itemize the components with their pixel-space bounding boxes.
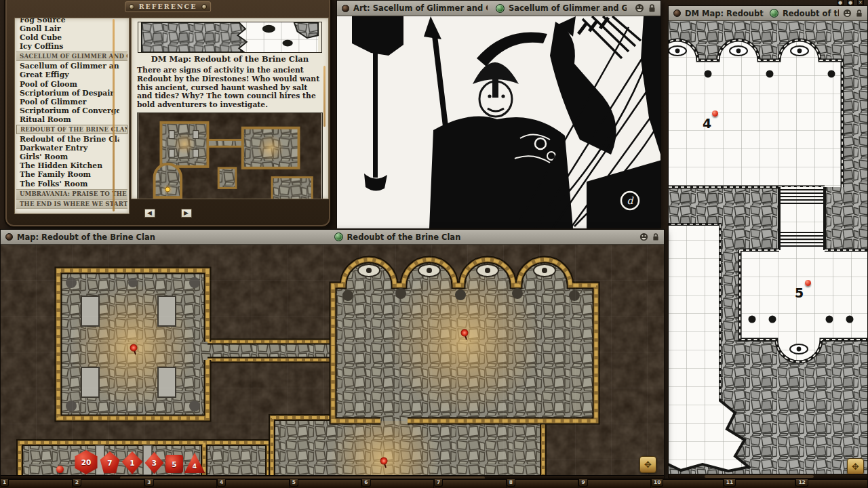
map-pin[interactable] bbox=[805, 280, 811, 286]
die-value: 4 bbox=[193, 463, 197, 470]
hotkey-slot-number: 3 bbox=[144, 479, 153, 487]
player-map-window[interactable]: Map: Redoubt of the Brine Clan Redoubt o… bbox=[0, 229, 665, 479]
sidebar-item[interactable]: Ritual Room bbox=[20, 115, 119, 124]
artwork-illustration: d bbox=[337, 16, 660, 228]
map-pin[interactable] bbox=[712, 110, 718, 117]
sidebar-item[interactable]: The Folks' Room bbox=[20, 180, 119, 188]
dm-map-hscrollbar[interactable] bbox=[669, 474, 867, 479]
map-link-label: Redoubt of the Brine Clan bbox=[347, 232, 461, 242]
sidebar-item[interactable]: Fog Source bbox=[20, 18, 119, 24]
die[interactable]: 1 bbox=[121, 451, 143, 474]
radial-menu-icon[interactable] bbox=[673, 9, 681, 17]
sidebar-item[interactable]: The Family Room bbox=[20, 170, 119, 179]
reference-title-plate[interactable]: REFERENCE bbox=[125, 1, 212, 12]
hotkey-slot[interactable]: 6 bbox=[361, 480, 434, 488]
fantasy-grounds-desktop: REFERENCE Fog Source Gnoll Lair Cold Cub… bbox=[0, 0, 868, 488]
hotkey-slot[interactable]: 12 bbox=[795, 480, 868, 488]
sidebar-item[interactable]: REDOUBT OF THE BRINE CLAN bbox=[16, 125, 127, 134]
art-window-title: Art: Sacellum of Glimmer and Gloom bbox=[353, 3, 488, 13]
sidebar-item[interactable]: Darkwater Entry bbox=[20, 144, 119, 152]
hotkey-slot-number: 1 bbox=[0, 479, 9, 487]
reference-window[interactable]: REFERENCE Fog Source Gnoll Lair Cold Cub… bbox=[4, 0, 332, 228]
sidebar-scrollbar[interactable] bbox=[113, 19, 115, 211]
art-titlebar[interactable]: Art: Sacellum of Glimmer and Gloom Sacel… bbox=[337, 1, 660, 16]
page-scrollbar[interactable] bbox=[323, 66, 326, 127]
share-players-icon[interactable] bbox=[635, 3, 644, 13]
hotkey-slot[interactable]: 10 bbox=[651, 480, 724, 488]
red-token[interactable] bbox=[56, 466, 64, 473]
art-canvas[interactable]: d bbox=[337, 16, 660, 228]
hotkey-slot[interactable]: 9 bbox=[578, 480, 651, 488]
hotkey-slot-number: 4 bbox=[217, 479, 226, 487]
sidebar-item[interactable]: Scriptorium of Convergence bbox=[20, 106, 119, 115]
sidebar-item[interactable]: Icy Coffins bbox=[20, 42, 119, 51]
map-canvas[interactable]: 20 7 1 3 5 bbox=[1, 245, 664, 475]
die[interactable]: 3 bbox=[144, 451, 165, 474]
sidebar-item[interactable]: SACELLUM OF GLIMMER AND GL bbox=[16, 52, 127, 61]
hotkey-slot[interactable]: 1 bbox=[0, 480, 73, 488]
window-close-icon[interactable]: ✕ bbox=[857, 0, 864, 5]
share-players-icon[interactable] bbox=[639, 232, 648, 241]
art-link-label: Sacellum of Glimmer and Gloom bbox=[509, 3, 627, 13]
rivet-icon bbox=[201, 4, 207, 9]
hotkey-slot[interactable]: 7 bbox=[434, 480, 507, 488]
sidebar-item[interactable]: Sacellum of Glimmer and Glo bbox=[20, 62, 119, 70]
hotkey-slot-number: 8 bbox=[507, 479, 515, 487]
background-window-controls: ● ● ✕ bbox=[837, 0, 864, 5]
reference-page: DM Map: Redoubt of the Brine Clan There … bbox=[131, 18, 329, 199]
sidebar-item[interactable]: Pool of Gloom bbox=[20, 80, 119, 89]
page-map-thumbnail-color[interactable] bbox=[137, 113, 323, 199]
die[interactable]: 5 bbox=[165, 455, 183, 473]
die[interactable]: 7 bbox=[99, 451, 121, 474]
radial-menu-icon[interactable] bbox=[342, 5, 349, 12]
die[interactable]: 4 bbox=[184, 451, 205, 474]
page-body-text: There are signs of activity in the ancie… bbox=[137, 66, 321, 110]
dm-map-link-label: Redoubt of the Bri bbox=[783, 9, 839, 18]
window-control-icon[interactable]: ● bbox=[837, 0, 844, 5]
sidebar-item[interactable]: The Hidden Kitchen bbox=[20, 161, 119, 170]
art-window[interactable]: Art: Sacellum of Glimmer and Gloom Sacel… bbox=[336, 0, 661, 228]
die-value: 5 bbox=[172, 460, 176, 468]
sidebar-item[interactable]: THE END IS WHERE WE START FR bbox=[16, 199, 127, 209]
sidebar-item[interactable]: UMBRAVANIA: PRAISE TO THE FR bbox=[16, 189, 127, 199]
map-drawing bbox=[1, 245, 664, 475]
dice-tray: 20 7 1 3 5 bbox=[74, 450, 205, 474]
dm-map-canvas[interactable]: 4 5 ✥ bbox=[669, 21, 867, 474]
window-control-icon[interactable]: ● bbox=[847, 0, 854, 5]
share-players-icon[interactable] bbox=[843, 9, 852, 18]
radial-menu-icon[interactable] bbox=[5, 233, 13, 241]
shortcut-link-icon[interactable] bbox=[770, 9, 778, 18]
sidebar-item[interactable]: Gnoll Lair bbox=[20, 24, 119, 33]
sidebar-item[interactable]: Pool of Glimmer bbox=[20, 98, 119, 106]
lock-icon[interactable] bbox=[648, 4, 656, 13]
lock-icon[interactable] bbox=[652, 233, 659, 241]
prev-page-button[interactable]: ◀ bbox=[144, 209, 155, 218]
rivet-icon bbox=[129, 4, 134, 9]
lock-icon[interactable] bbox=[856, 9, 863, 18]
map-tools-icon[interactable]: ✥ bbox=[847, 458, 864, 474]
hotkey-slot[interactable]: 11 bbox=[724, 480, 796, 488]
map-titlebar[interactable]: Map: Redoubt of the Brine Clan Redoubt o… bbox=[1, 230, 664, 245]
sidebar-item[interactable]: Redoubt of the Brine Clan bbox=[20, 135, 119, 144]
hotkey-slot-number: 9 bbox=[578, 479, 587, 487]
page-map-caption: DM Map: Redoubt of the Brine Clan bbox=[132, 54, 328, 64]
map-tools-icon[interactable]: ✥ bbox=[639, 456, 656, 473]
hotkey-slot[interactable]: 2 bbox=[73, 480, 145, 488]
hotkey-slot[interactable]: 8 bbox=[507, 480, 579, 488]
sidebar-item[interactable]: Scriptorium of Despair bbox=[20, 89, 119, 98]
page-map-thumbnail-bw[interactable] bbox=[138, 22, 322, 53]
shortcut-link-icon[interactable] bbox=[496, 4, 505, 13]
die[interactable]: 20 bbox=[74, 450, 98, 474]
dm-map-window[interactable]: DM Map: Redoubt of the B Redoubt of the … bbox=[668, 5, 868, 478]
dm-map-drawing bbox=[669, 21, 867, 474]
hotkey-slot[interactable]: 4 bbox=[217, 480, 290, 488]
sidebar-item[interactable]: Great Effigy bbox=[20, 70, 119, 79]
hotkey-slot[interactable]: 5 bbox=[290, 480, 362, 488]
next-page-button[interactable]: ▶ bbox=[181, 209, 192, 218]
dm-map-titlebar[interactable]: DM Map: Redoubt of the B Redoubt of the … bbox=[669, 6, 867, 21]
hotkey-slot[interactable]: 3 bbox=[144, 480, 217, 488]
sidebar-item[interactable]: Girls' Room bbox=[20, 152, 119, 161]
reference-pagination: ◀ ▶ bbox=[5, 209, 330, 218]
shortcut-link-icon[interactable] bbox=[334, 232, 343, 241]
sidebar-item[interactable]: Cold Cube bbox=[20, 33, 119, 42]
